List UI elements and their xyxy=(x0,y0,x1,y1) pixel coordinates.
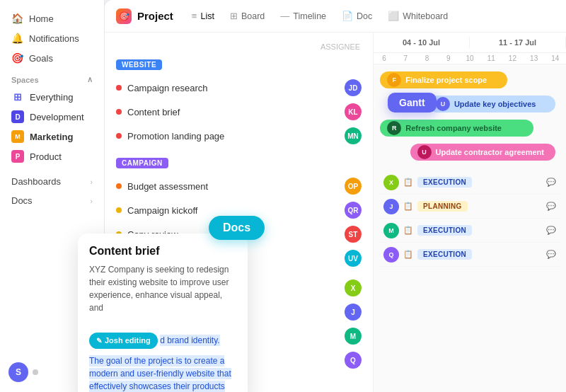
doc-icon: 📄 xyxy=(342,11,353,21)
gantt-bar-finalize[interactable]: F Finalize project scope xyxy=(380,71,507,88)
row-avatar: M xyxy=(383,223,399,238)
gantt-bar-label: Finalize project scope xyxy=(405,76,487,84)
list-icon: ≡ xyxy=(192,11,197,21)
gantt-bar-avatar: U xyxy=(436,97,450,111)
bell-icon: 🔔 xyxy=(11,33,23,44)
row-avatar: X xyxy=(383,175,399,190)
avatar: S xyxy=(8,362,28,382)
gantt-day: 6 xyxy=(374,53,395,64)
sidebar-item-home[interactable]: 🏠 Home xyxy=(0,8,104,28)
sidebar-item-development[interactable]: D Development xyxy=(0,107,104,127)
sidebar-item-label: Marketing xyxy=(30,132,73,142)
task-priority-dot xyxy=(116,109,122,115)
assignee-avatar: JD xyxy=(345,79,362,96)
task-priority-dot xyxy=(116,133,122,139)
status-badge: PLANNING xyxy=(417,201,468,212)
docs-card-body: XYZ Company is seeking to redesign their… xyxy=(89,263,236,392)
row-avatar: J xyxy=(383,199,399,214)
task-row[interactable]: Promotion landing page MN xyxy=(105,124,373,148)
spaces-section: Spaces ∧ xyxy=(0,68,104,87)
home-icon: 🏠 xyxy=(11,13,23,24)
sidebar-item-product[interactable]: P Product xyxy=(0,146,104,166)
gantt-status-row: M 📋 EXECUTION 💬 xyxy=(378,219,562,243)
chat-icon: 💬 xyxy=(546,226,556,235)
sidebar-item-notifications[interactable]: 🔔 Notifications xyxy=(0,28,104,48)
sidebar-item-goals[interactable]: 🎯 Goals xyxy=(0,48,104,68)
sidebar-item-label: Everything xyxy=(30,92,73,103)
nav-tabs: ≡ List ⊞ Board — Timeline 📄 Doc ⬜ Whiteb… xyxy=(185,7,455,25)
josh-editing-badge: ✎ Josh editing xyxy=(89,333,158,349)
gantt-status-row: J 📋 PLANNING 💬 xyxy=(378,195,562,219)
assignee-header: ASSIGNEE xyxy=(319,42,362,51)
task-row[interactable]: Campaign research JD xyxy=(105,76,373,100)
chevron-right-icon: › xyxy=(90,178,93,186)
sidebar-item-marketing[interactable]: M Marketing xyxy=(0,127,104,146)
gantt-bar-objectives[interactable]: U Update key objectives xyxy=(429,96,556,113)
task-name: Campaign kickoff xyxy=(127,205,339,216)
project-title: Project xyxy=(137,10,173,22)
project-icon: 🎯 xyxy=(116,8,132,24)
sidebar-item-label: Goals xyxy=(29,53,53,64)
gantt-bar-label: Update key objectives xyxy=(454,100,536,108)
campaign-section-header: CAMPAIGN xyxy=(105,154,373,174)
row-icon: 📋 xyxy=(403,250,413,259)
task-row[interactable]: Content brief KL xyxy=(105,100,373,124)
gantt-bar-website[interactable]: R Refresh company website xyxy=(380,120,533,137)
docs-highlighted-paragraph: The goal of the project is to create a m… xyxy=(89,355,231,392)
gantt-bar-row: U Update contractor agreement xyxy=(376,142,563,162)
task-priority-dot xyxy=(116,183,122,189)
gantt-week-1: 04 - 10 Jul xyxy=(374,37,470,48)
status-badge: EXECUTION xyxy=(417,177,472,188)
sidebar-item-everything[interactable]: ⊞ Everything xyxy=(0,87,104,107)
gantt-bar-contractor[interactable]: U Update contractor agreement xyxy=(410,144,556,161)
gantt-bar-avatar: F xyxy=(387,73,401,87)
project-title-area: 🎯 Project xyxy=(116,8,173,24)
sidebar-item-dashboards[interactable]: Dashboards › xyxy=(0,172,104,191)
chat-icon: 💬 xyxy=(546,250,556,259)
docs-label: Docs xyxy=(11,195,33,206)
assignee-avatar: OP xyxy=(345,178,362,195)
timeline-icon: — xyxy=(280,11,289,21)
row-icon: 📋 xyxy=(403,202,413,211)
assignee-avatar: J xyxy=(345,304,362,321)
row-icon: 📋 xyxy=(403,178,413,187)
docs-text-before: XYZ Company is seeking to redesign their… xyxy=(89,265,229,313)
board-icon: ⊞ xyxy=(230,11,238,21)
task-row[interactable]: Budget assessment OP xyxy=(105,174,373,198)
product-icon: P xyxy=(11,150,24,163)
sidebar-bottom: Dashboards › Docs › xyxy=(0,172,104,210)
docs-card-title: Content brief xyxy=(89,245,236,258)
assignee-avatar: Q xyxy=(345,352,362,369)
tab-list[interactable]: ≡ List xyxy=(185,7,221,25)
tab-whiteboard[interactable]: ⬜ Whiteboard xyxy=(381,7,455,25)
gantt-bar-avatar: R xyxy=(387,121,401,135)
gantt-weeks-header: 04 - 10 Jul 11 - 17 Jul xyxy=(374,33,566,53)
tab-doc[interactable]: 📄 Doc xyxy=(335,7,379,25)
development-icon: D xyxy=(11,110,24,123)
gantt-status-row: Q 📋 EXECUTION 💬 xyxy=(378,243,562,267)
sidebar-item-label: Development xyxy=(30,112,84,122)
chat-icon: 💬 xyxy=(546,202,556,211)
user-avatar-area[interactable]: S xyxy=(8,362,38,382)
marketing-icon: M xyxy=(11,130,24,143)
whiteboard-icon: ⬜ xyxy=(388,11,399,21)
gantt-week-2: 11 - 17 Jul xyxy=(470,37,566,48)
tab-timeline[interactable]: — Timeline xyxy=(273,7,333,25)
top-navigation: 🎯 Project ≡ List ⊞ Board — Timeline 📄 Do… xyxy=(105,0,566,33)
sidebar-item-docs[interactable]: Docs › xyxy=(0,191,104,210)
gantt-day: 8 xyxy=(416,53,437,64)
gantt-day: 9 xyxy=(438,53,459,64)
docs-card: Content brief XYZ Company is seeking to … xyxy=(78,234,248,392)
tab-label: Timeline xyxy=(293,11,326,21)
tab-board[interactable]: ⊞ Board xyxy=(223,7,272,25)
docs-bubble-label: Docs xyxy=(209,216,265,240)
task-priority-dot xyxy=(116,85,122,91)
goals-icon: 🎯 xyxy=(11,52,23,64)
gantt-day: 12 xyxy=(502,53,523,64)
gantt-bar-row: R Refresh company website xyxy=(376,118,563,138)
gantt-status-rows: X 📋 EXECUTION 💬 J 📋 PLANNING 💬 M 📋 EXECU… xyxy=(374,168,566,270)
assignee-avatar: MN xyxy=(345,127,362,144)
task-name: Content brief xyxy=(127,107,339,117)
editor-badge-row: ✎ Josh editing d brand identity. xyxy=(89,330,236,352)
status-badge: EXECUTION xyxy=(417,225,472,236)
